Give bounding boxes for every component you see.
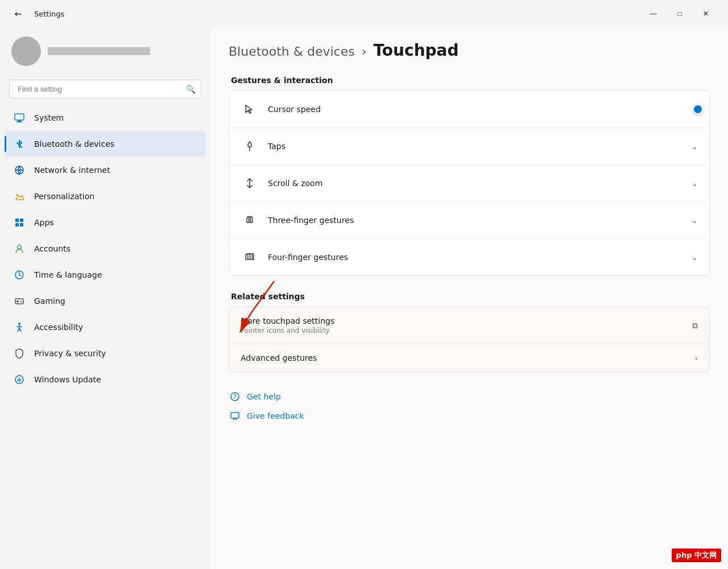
gestures-section-title: Gestures & interaction — [229, 76, 710, 85]
svg-rect-9 — [20, 223, 23, 226]
taps-right: ⌄ — [692, 142, 698, 151]
related-settings-card: More touchpad settings Pointer icons and… — [229, 307, 710, 372]
update-icon — [13, 373, 26, 386]
breadcrumb-parent[interactable]: Bluetooth & devices — [229, 44, 355, 59]
four-finger-right: ⌄ — [692, 253, 698, 262]
svg-point-17 — [18, 323, 20, 325]
three-finger-icon — [241, 211, 259, 229]
sidebar-item-apps[interactable]: Apps — [5, 210, 206, 235]
close-button[interactable]: ✕ — [693, 5, 719, 23]
sidebar-item-time[interactable]: Time & language — [5, 262, 206, 287]
chevron-down-icon: ⌄ — [692, 253, 698, 262]
privacy-icon — [13, 347, 26, 360]
user-profile-area — [0, 27, 210, 77]
chevron-down-icon: ⌄ — [692, 216, 698, 225]
sidebar-item-network[interactable]: Network & internet — [5, 158, 206, 183]
minimize-button[interactable]: — — [640, 5, 667, 23]
sidebar-label-system: System — [34, 113, 64, 122]
accounts-icon — [13, 242, 26, 255]
main-content: Bluetooth & devices › Touchpad Gestures … — [210, 27, 728, 569]
related-settings-section: Related settings More touchpad settings … — [229, 292, 710, 372]
chevron-down-icon: ⌄ — [692, 179, 698, 188]
cursor-speed-icon — [241, 100, 259, 118]
setting-row-scroll-zoom[interactable]: Scroll & zoom ⌄ — [229, 165, 709, 202]
sidebar-label-bluetooth: Bluetooth & devices — [34, 139, 114, 149]
sidebar-item-accounts[interactable]: Accounts — [5, 236, 206, 261]
cursor-speed-label: Cursor speed — [268, 105, 689, 114]
sidebar: 🔍 System Bluetooth & devices Network & i… — [0, 27, 210, 569]
setting-row-taps[interactable]: Taps ⌄ — [229, 128, 709, 165]
related-row-more-touchpad[interactable]: More touchpad settings Pointer icons and… — [229, 307, 709, 344]
advanced-gestures-text: Advanced gestures — [241, 353, 688, 362]
page-title: Touchpad — [373, 41, 458, 60]
svg-rect-7 — [20, 218, 23, 222]
svg-rect-0 — [15, 114, 24, 120]
search-input[interactable] — [9, 80, 201, 98]
scroll-zoom-icon — [241, 174, 259, 192]
three-finger-right: ⌄ — [692, 216, 698, 225]
scroll-zoom-right: ⌄ — [692, 179, 698, 188]
advanced-gestures-title: Advanced gestures — [241, 353, 688, 362]
svg-point-16 — [21, 302, 22, 303]
sidebar-label-accounts: Accounts — [34, 244, 71, 253]
sidebar-item-bluetooth[interactable]: Bluetooth & devices — [5, 131, 206, 156]
app-title: Settings — [34, 10, 64, 18]
svg-rect-2 — [16, 122, 22, 123]
svg-point-10 — [18, 245, 22, 249]
apps-icon — [13, 216, 26, 229]
scroll-zoom-label: Scroll & zoom — [268, 179, 682, 188]
breadcrumb-separator: › — [362, 44, 367, 59]
help-section: ? Get help Give feedback — [229, 390, 710, 422]
help-link-give-feedback[interactable]: Give feedback — [229, 410, 710, 422]
sidebar-label-apps: Apps — [34, 218, 54, 227]
svg-rect-6 — [15, 218, 19, 222]
sidebar-label-update: Windows Update — [34, 375, 101, 384]
more-touchpad-subtitle: Pointer icons and visibility — [241, 327, 685, 335]
taps-icon — [241, 137, 259, 155]
search-icon: 🔍 — [186, 85, 196, 94]
maximize-button[interactable]: □ — [667, 5, 693, 23]
related-row-advanced-gestures[interactable]: Advanced gestures › — [229, 344, 709, 372]
system-icon — [13, 111, 26, 125]
accessibility-icon — [13, 320, 26, 334]
user-name-bar — [48, 47, 150, 55]
sidebar-item-gaming[interactable]: Gaming — [5, 288, 206, 314]
give-feedback-icon — [229, 410, 241, 422]
setting-row-three-finger[interactable]: Three-finger gestures ⌄ — [229, 202, 709, 239]
bluetooth-icon — [13, 137, 26, 151]
gestures-settings-card: Cursor speed Taps ⌄ Scroll & zoom ⌄ — [229, 90, 710, 276]
sidebar-item-system[interactable]: System — [5, 105, 206, 130]
svg-point-5 — [16, 194, 18, 196]
sidebar-item-privacy[interactable]: Privacy & security — [5, 341, 206, 366]
app-body: 🔍 System Bluetooth & devices Network & i… — [0, 27, 728, 569]
four-finger-icon — [241, 248, 259, 266]
get-help-icon: ? — [229, 390, 241, 403]
svg-rect-8 — [15, 223, 19, 226]
related-section-title: Related settings — [229, 292, 710, 301]
svg-text:?: ? — [233, 393, 237, 401]
back-button[interactable]: ← — [9, 5, 27, 23]
user-info — [48, 47, 150, 55]
give-feedback-label: Give feedback — [247, 411, 304, 420]
more-touchpad-title: More touchpad settings — [241, 316, 685, 325]
sidebar-nav: System Bluetooth & devices Network & int… — [0, 105, 210, 392]
setting-row-cursor-speed[interactable]: Cursor speed — [229, 91, 709, 128]
sidebar-label-network: Network & internet — [34, 166, 110, 175]
sidebar-label-gaming: Gaming — [34, 296, 65, 306]
sidebar-item-update[interactable]: Windows Update — [5, 367, 206, 392]
personalization-icon — [13, 189, 26, 203]
help-link-get-help[interactable]: ? Get help — [229, 390, 710, 403]
slider-thumb[interactable] — [693, 104, 703, 114]
chevron-down-icon: ⌄ — [692, 142, 698, 151]
search-box[interactable]: 🔍 — [9, 80, 201, 98]
external-link-icon: ⧉ — [692, 321, 698, 331]
sidebar-label-accessibility: Accessibility — [34, 323, 83, 332]
chevron-right-icon: › — [695, 354, 698, 362]
watermark: php 中文网 — [672, 549, 721, 562]
gaming-icon — [13, 294, 26, 308]
setting-row-four-finger[interactable]: Four-finger gestures ⌄ — [229, 239, 709, 275]
time-icon — [13, 268, 26, 282]
sidebar-item-accessibility[interactable]: Accessibility — [5, 315, 206, 340]
four-finger-label: Four-finger gestures — [268, 253, 682, 262]
sidebar-item-personalization[interactable]: Personalization — [5, 184, 206, 209]
